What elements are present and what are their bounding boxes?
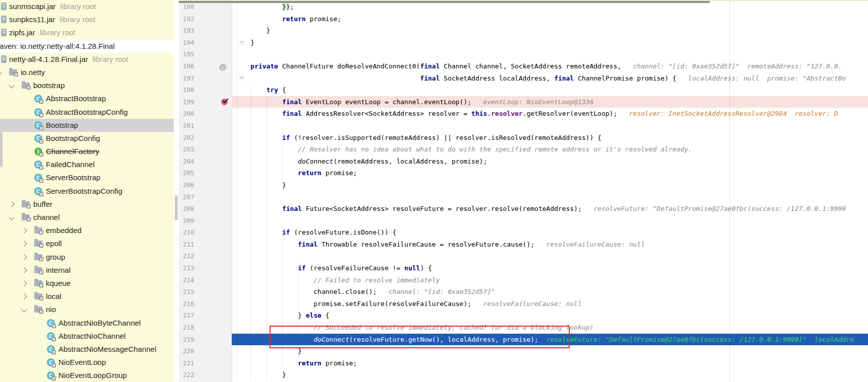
line-number[interactable]: 214 xyxy=(183,274,194,286)
class-icon: C xyxy=(34,161,42,169)
line-number[interactable]: 219 xyxy=(183,334,194,346)
tree-item-bootstrap[interactable]: bootstrap xyxy=(0,79,174,92)
chevron-right-icon[interactable] xyxy=(21,228,27,234)
line-number[interactable]: 207 xyxy=(183,191,194,203)
tree-item-channelfactory[interactable]: IChannelFactory xyxy=(0,145,174,158)
chevron-right-icon[interactable] xyxy=(21,254,27,260)
tree-item-channel[interactable]: channel xyxy=(0,211,174,224)
line-background xyxy=(232,25,868,37)
tree-item-group[interactable]: group xyxy=(0,251,174,264)
tree-item-abstractbootstrapconfig[interactable]: CAbstractBootstrapConfig xyxy=(0,106,174,119)
code-line-200[interactable]: 200 final AddressResolver<SocketAddress>… xyxy=(179,108,868,120)
line-number[interactable]: 208 xyxy=(183,203,194,215)
chevron-down-icon[interactable] xyxy=(0,69,2,75)
code-line-222[interactable]: 222 } xyxy=(179,369,868,381)
code-token xyxy=(235,3,282,11)
chevron-down-icon[interactable] xyxy=(9,214,14,220)
line-number[interactable]: 204 xyxy=(183,156,194,168)
tree-item-label: AbstractNioByteChannel xyxy=(58,319,141,327)
tree-item-epoll[interactable]: epoll xyxy=(0,237,174,250)
code-line-194[interactable]: 194 } xyxy=(179,37,868,49)
tree-item-sunpkcs11-jar[interactable]: sunpkcs11.jarlibrary root xyxy=(0,13,174,26)
class-icon: C xyxy=(47,319,55,327)
code-line-208[interactable]: 208 final Future<SocketAddress> resolveF… xyxy=(179,203,868,215)
line-number[interactable]: 205 xyxy=(183,167,194,179)
tree-item-sunmscapi-jar[interactable]: sunmscapi.jarlibrary root xyxy=(0,0,174,13)
line-number[interactable]: 198 xyxy=(183,84,194,96)
chevron-right-icon[interactable] xyxy=(21,267,27,273)
tree-item-embedded[interactable]: embedded xyxy=(0,224,174,237)
line-number[interactable]: 212 xyxy=(183,250,194,262)
code-line-195[interactable]: 195 xyxy=(179,48,868,60)
code-line-207[interactable]: 207 xyxy=(179,191,868,203)
chevron-down-icon[interactable] xyxy=(9,83,14,88)
chevron-right-icon[interactable] xyxy=(21,280,27,286)
tree-item-internal[interactable]: internal xyxy=(0,264,174,277)
line-number[interactable]: 202 xyxy=(183,132,194,144)
tree-item-nio[interactable]: nio xyxy=(0,303,174,316)
line-number[interactable]: 197 xyxy=(183,72,194,85)
line-number[interactable]: 215 xyxy=(183,286,194,298)
line-number[interactable]: 196 xyxy=(183,60,194,72)
tree-item-local[interactable]: local xyxy=(0,290,174,303)
tree-left-scrollbar-thumb[interactable] xyxy=(0,132,3,167)
line-number[interactable]: 192 xyxy=(183,13,194,25)
tree-item-netty-all-4-1-28-final-jar[interactable]: netty-all-4.1.28.Final.jarlibrary root xyxy=(0,53,174,66)
line-number[interactable]: 220 xyxy=(183,345,194,357)
tree-item-nioeventloopgroup[interactable]: CNioEventLoopGroup xyxy=(0,369,174,382)
line-number[interactable]: 216 xyxy=(183,298,194,310)
chevron-down-icon[interactable] xyxy=(21,307,27,313)
tree-item-failedchannel[interactable]: CFailedChannel xyxy=(0,158,174,171)
line-number[interactable]: 201 xyxy=(183,120,194,132)
tree-item-abstractniochannel[interactable]: CAbstractNioChannel xyxy=(0,330,174,343)
line-number[interactable]: 218 xyxy=(183,322,194,334)
line-number[interactable]: 210 xyxy=(183,226,194,239)
code-line-199[interactable]: 199 final EventLoop eventLoop = channel.… xyxy=(179,96,868,108)
tree-item-serverbootstrap[interactable]: CServerBootstrap xyxy=(0,171,174,184)
tree-item-laven-io-netty-netty-all-4-1-28-final[interactable]: laven: io.netty:netty-all:4.1.28.Final xyxy=(0,40,174,53)
chevron-right-icon[interactable] xyxy=(9,201,14,207)
tree-item-bootstrapconfig[interactable]: CBootstrapConfig xyxy=(0,132,174,145)
indent-guide xyxy=(250,84,251,381)
tree-scrollbar-thumb[interactable] xyxy=(175,195,178,220)
tree-item-serverbootstrapconfig[interactable]: CServerBootstrapConfig xyxy=(0,185,174,198)
line-number[interactable]: 203 xyxy=(183,143,194,156)
code-text: } xyxy=(235,25,270,37)
code-token xyxy=(235,98,282,106)
chevron-right-icon[interactable] xyxy=(21,293,27,299)
tree-item-zipfs-jar[interactable]: zipfs.jarlibrary root xyxy=(0,26,174,39)
line-number[interactable]: 221 xyxy=(183,357,194,369)
line-number[interactable]: 194 xyxy=(183,37,194,49)
line-number[interactable]: 206 xyxy=(183,179,194,191)
code-line-196[interactable]: 196@ private ChannelFuture doResolveAndC… xyxy=(179,60,868,72)
line-number[interactable]: 193 xyxy=(183,25,194,37)
breakpoint-icon[interactable] xyxy=(221,99,228,105)
line-number[interactable]: 199 xyxy=(183,96,194,108)
code-token: ) { xyxy=(420,264,432,272)
code-line-201[interactable]: 201 xyxy=(179,120,868,132)
code-line-209[interactable]: 209 xyxy=(179,215,868,227)
line-number[interactable]: 200 xyxy=(183,108,194,120)
line-number[interactable]: 209 xyxy=(183,215,194,227)
line-number[interactable]: 195 xyxy=(183,48,194,60)
code-line-206[interactable]: 206 } xyxy=(179,179,868,191)
chevron-right-icon[interactable] xyxy=(21,241,27,247)
line-number[interactable]: 213 xyxy=(183,262,194,274)
tree-item-abstractniobytechannel[interactable]: CAbstractNioByteChannel xyxy=(0,317,174,330)
tree-item-label: AbstractNioMessageChannel xyxy=(58,345,156,353)
line-number[interactable]: 222 xyxy=(183,369,194,381)
tree-item-nioeventloop[interactable]: CNioEventLoop xyxy=(0,356,174,369)
tree-item-label: group xyxy=(46,253,65,261)
line-number[interactable]: 211 xyxy=(183,239,194,251)
tree-item-abstractbootstrap[interactable]: CAbstractBootstrap xyxy=(0,92,174,105)
tree-item-bootstrap[interactable]: CBootstrap xyxy=(0,119,174,132)
tree-item-kqueue[interactable]: kqueue xyxy=(0,277,174,290)
tree-item-buffer[interactable]: buffer xyxy=(0,198,174,211)
line-number[interactable]: 217 xyxy=(183,310,194,322)
code-line-198[interactable]: 198 try { xyxy=(179,84,868,96)
tree-item-abstractniomessagechannel[interactable]: CAbstractNioMessageChannel xyxy=(0,343,174,356)
code-line-192[interactable]: 192 return promise; xyxy=(179,13,868,25)
code-line-193[interactable]: 193 } xyxy=(179,25,868,37)
code-line-197[interactable]: 197 final SocketAddress localAddress, fi… xyxy=(179,72,868,85)
tree-item-io-netty[interactable]: io.netty xyxy=(0,66,174,79)
